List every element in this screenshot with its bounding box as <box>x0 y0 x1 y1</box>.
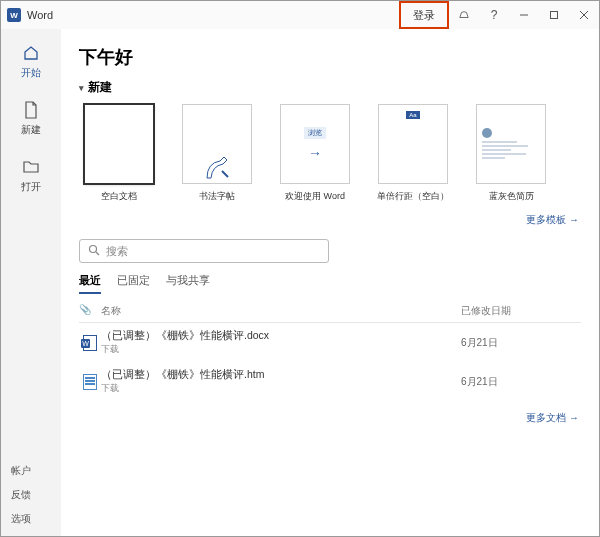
login-button[interactable]: 登录 <box>399 1 449 29</box>
word-app-icon: W <box>7 8 21 22</box>
template-row: 空白文档 书法字帖 浏览 → 欢迎使用 Word <box>79 104 581 203</box>
arrow-right-icon: → <box>308 145 322 161</box>
svg-rect-1 <box>551 12 558 19</box>
sidebar-item-home[interactable]: 开始 <box>21 43 41 80</box>
svg-point-4 <box>90 246 97 253</box>
htm-file-icon <box>83 374 97 390</box>
main-panel: 下午好 ▾ 新建 空白文档 书法字帖 浏览 <box>61 29 599 536</box>
template-thumb <box>182 104 252 184</box>
svg-line-5 <box>96 252 99 255</box>
app-title: Word <box>27 9 53 21</box>
folder-icon <box>21 157 41 177</box>
notification-icon[interactable] <box>449 1 479 29</box>
maximize-button[interactable] <box>539 1 569 29</box>
search-icon <box>88 244 100 258</box>
new-section-header[interactable]: ▾ 新建 <box>79 79 581 96</box>
greeting: 下午好 <box>79 45 581 69</box>
close-button[interactable] <box>569 1 599 29</box>
template-calligraphy[interactable]: 书法字帖 <box>177 104 257 203</box>
tab-pinned[interactable]: 已固定 <box>117 273 150 294</box>
template-thumb: Aa <box>378 104 448 184</box>
list-header: 📎 名称 已修改日期 <box>79 300 581 323</box>
sidebar-item-open[interactable]: 打开 <box>21 157 41 194</box>
doc-tabs: 最近 已固定 与我共享 <box>79 273 581 294</box>
more-templates-link[interactable]: 更多模板 → <box>79 213 579 227</box>
search-input[interactable]: 搜索 <box>79 239 329 263</box>
tab-shared[interactable]: 与我共享 <box>166 273 210 294</box>
template-blank[interactable]: 空白文档 <box>79 104 159 203</box>
home-icon <box>21 43 41 63</box>
pin-icon: 📎 <box>79 304 101 318</box>
sidebar-item-new[interactable]: 新建 <box>21 100 41 137</box>
more-docs-link[interactable]: 更多文档 → <box>79 411 579 425</box>
template-thumb <box>84 104 154 184</box>
chevron-down-icon: ▾ <box>79 83 84 93</box>
tab-recent[interactable]: 最近 <box>79 273 101 294</box>
template-resume[interactable]: 蓝灰色简历 <box>471 104 551 203</box>
new-doc-icon <box>21 100 41 120</box>
file-row[interactable]: （已调整）《棚铁》性能横评.htm 下载 6月21日 <box>79 362 581 401</box>
titlebar: W Word 登录 ? <box>1 1 599 29</box>
template-thumb <box>476 104 546 184</box>
sidebar-item-feedback[interactable]: 反馈 <box>11 488 31 502</box>
help-button[interactable]: ? <box>479 1 509 29</box>
word-file-icon <box>83 335 97 351</box>
template-welcome[interactable]: 浏览 → 欢迎使用 Word <box>275 104 355 203</box>
minimize-button[interactable] <box>509 1 539 29</box>
file-row[interactable]: （已调整）《棚铁》性能横评.docx 下载 6月21日 <box>79 323 581 362</box>
template-thumb: 浏览 → <box>280 104 350 184</box>
sidebar-item-options[interactable]: 选项 <box>11 512 31 526</box>
sidebar-item-account[interactable]: 帐户 <box>11 464 31 478</box>
template-single-space[interactable]: Aa 单倍行距（空白） <box>373 104 453 203</box>
sidebar: 开始 新建 打开 帐户 反馈 选项 <box>1 29 61 536</box>
